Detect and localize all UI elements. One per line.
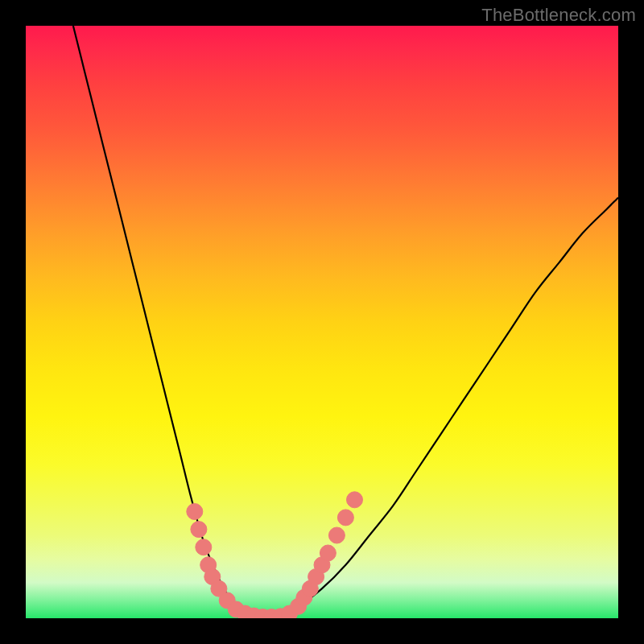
chart-frame: TheBottleneck.com <box>0 0 644 644</box>
data-marker <box>347 492 363 508</box>
data-marker <box>196 539 212 555</box>
watermark-text: TheBottleneck.com <box>481 5 636 26</box>
data-marker <box>191 522 207 538</box>
curve-layer <box>26 26 618 618</box>
data-marker <box>320 545 336 561</box>
plot-area <box>26 26 618 618</box>
data-marker <box>187 504 203 520</box>
data-marker <box>337 510 353 526</box>
left-curve <box>73 26 251 618</box>
data-marker <box>328 527 345 543</box>
marker-group <box>187 492 363 618</box>
